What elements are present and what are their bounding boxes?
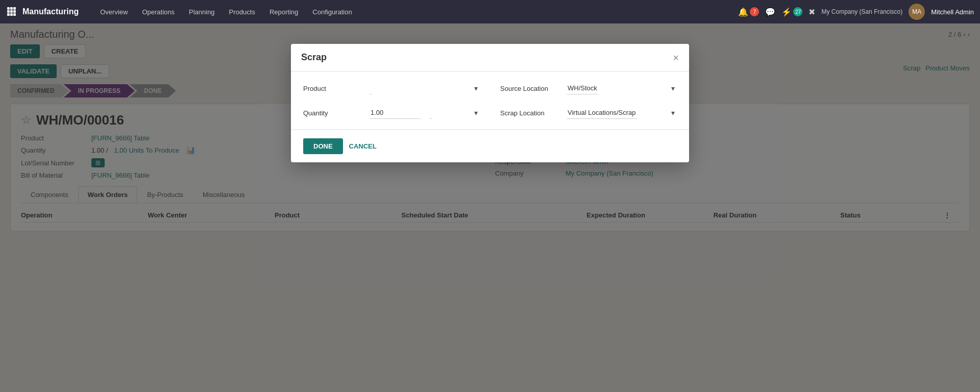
page-wrapper: Manufacturing O... 2 / 6 ‹ › EDIT CREATE… (0, 23, 980, 392)
modal-header: Scrap × (291, 44, 689, 71)
scrap-location-field-group: Scrap Location Virtual Locations/Scrap (500, 107, 677, 119)
quantity-field-group: Quantity (303, 107, 480, 119)
modal-title: Scrap (301, 52, 327, 63)
svg-rect-8 (13, 13, 16, 16)
modal-footer: DONE CANCEL (291, 130, 689, 162)
activity-badge: 27 (793, 7, 802, 16)
modal-body: Product Source Location (291, 72, 689, 129)
modal-scrap-location-label: Scrap Location (500, 109, 561, 117)
scrap-location-select-wrapper: Virtual Locations/Scrap (567, 107, 677, 119)
user-name: Mitchell Admin (931, 8, 974, 16)
nav-link-reporting[interactable]: Reporting (262, 0, 305, 23)
unit-select-wrapper (430, 107, 480, 119)
nav-link-planning[interactable]: Planning (182, 0, 222, 23)
quantity-input[interactable] (370, 107, 421, 119)
done-button[interactable]: DONE (303, 138, 343, 154)
modal-source-location-label: Source Location (500, 85, 561, 92)
bell-icon[interactable]: 🔔 (738, 7, 748, 17)
svg-rect-2 (13, 7, 16, 10)
source-location-field-group: Source Location WH/Stock (500, 82, 677, 94)
modal-product-label: Product (303, 85, 364, 92)
company-name: My Company (San Francisco) (821, 8, 902, 15)
cancel-button[interactable]: CANCEL (349, 142, 377, 150)
activity-icon[interactable]: ⚡ (781, 7, 792, 17)
nav-links: Overview Operations Planning Products Re… (93, 0, 359, 23)
svg-rect-6 (7, 13, 10, 16)
svg-rect-0 (7, 7, 10, 10)
nav-right: 🔔 7 💬 ⚡ 27 ✖ My Company (San Francisco) … (738, 4, 974, 20)
top-nav: Manufacturing Overview Operations Planni… (0, 0, 980, 23)
unit-select[interactable] (430, 107, 432, 119)
modal-overlay: Scrap × Product (0, 23, 980, 392)
nav-link-overview[interactable]: Overview (93, 0, 135, 23)
source-location-select-wrapper: WH/Stock (567, 82, 677, 94)
nav-link-configuration[interactable]: Configuration (305, 0, 359, 23)
user-avatar[interactable]: MA (909, 4, 925, 20)
nav-link-operations[interactable]: Operations (135, 0, 182, 23)
product-select[interactable] (370, 82, 372, 94)
nav-brand: Manufacturing (22, 7, 79, 16)
product-field-group: Product (303, 82, 480, 94)
chat-icon[interactable]: 💬 (765, 7, 775, 17)
modal-close-button[interactable]: × (673, 53, 679, 63)
svg-rect-7 (10, 13, 13, 16)
scrap-location-select[interactable]: Virtual Locations/Scrap (567, 107, 637, 119)
svg-rect-5 (13, 10, 16, 13)
product-select-wrapper (370, 82, 480, 94)
nav-link-products[interactable]: Products (222, 0, 262, 23)
support-icon[interactable]: ✖ (808, 7, 815, 17)
notification-badge: 7 (750, 7, 759, 16)
svg-rect-1 (10, 7, 13, 10)
modal-quantity-label: Quantity (303, 109, 364, 117)
svg-rect-4 (10, 10, 13, 13)
grid-icon[interactable] (6, 6, 16, 18)
svg-rect-3 (7, 10, 10, 13)
source-location-select[interactable]: WH/Stock (567, 82, 598, 94)
scrap-modal: Scrap × Product (291, 44, 689, 162)
